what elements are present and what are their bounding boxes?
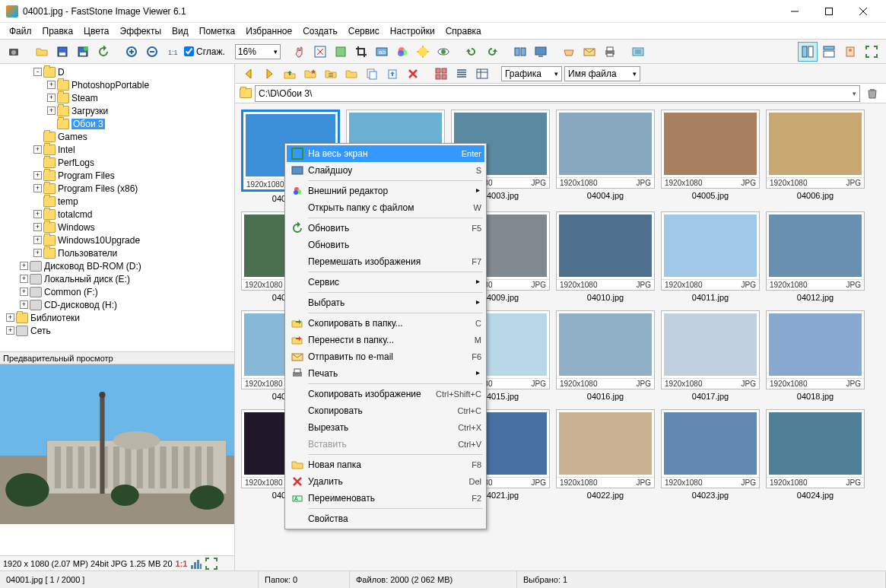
adjust-colors-icon[interactable] [393,43,411,61]
thumbnail[interactable]: 1920x1080JPG [556,409,655,488]
menu-Цвета[interactable]: Цвета [79,24,113,38]
thumbnail[interactable]: 1920x1080JPG [661,310,760,389]
thumbnail[interactable]: 1920x1080JPG [661,110,760,189]
move-to-icon[interactable] [383,65,402,83]
thumbnail[interactable]: 1920x1080JPG [766,211,865,291]
ctx-Отправить-по-e-mail[interactable]: Отправить по e-mailF6 [287,348,484,365]
ctx-Свойства[interactable]: Свойства [287,510,484,527]
thumbnail[interactable]: 1920x1080JPG [766,310,865,389]
zoom-combo[interactable]: 16% [235,44,281,59]
zoom-out-icon[interactable] [143,43,161,61]
tree-item[interactable]: +Сеть [0,324,234,337]
thumbnail[interactable]: 1920x1080JPG [766,110,865,189]
fav-add-icon[interactable] [301,65,319,83]
menu-Избранное[interactable]: Избранное [241,24,297,38]
menu-Файл[interactable]: Файл [5,24,37,38]
tree-item[interactable]: +Библиотеки [0,311,234,324]
nav-forward-icon[interactable] [260,65,278,83]
ctx-Обновить[interactable]: ОбновитьF5 [287,220,484,237]
effects-icon[interactable] [414,43,432,61]
thumbnail[interactable]: 1920x1080JPG [766,409,865,488]
ctx-Скопировать-изображение[interactable]: Скопировать изображениеCtrl+Shift+C [287,386,484,402]
menu-Настройки[interactable]: Настройки [386,24,440,38]
thumbnail[interactable]: 1920x1080JPG [556,110,655,189]
tree-item[interactable]: +Program Files (x86) [0,182,234,195]
tree-item[interactable]: Games [0,130,234,143]
copy-to-icon[interactable] [363,65,381,83]
settings-icon[interactable] [629,43,647,61]
save-as-icon[interactable] [74,43,92,61]
ctx-Перемешать-изображения[interactable]: Перемешать изображенияF7 [287,253,484,270]
view-mode-fullscreen-icon[interactable] [862,42,881,62]
tree-item[interactable]: +Локальный диск (E:) [0,272,234,285]
menu-Создать[interactable]: Создать [298,24,342,38]
view-detail-icon[interactable] [473,65,491,83]
tree-item[interactable]: +totalcmd [0,208,234,221]
view-thumbs-icon[interactable] [432,65,450,83]
zoom-in-icon[interactable] [122,43,141,61]
ctx-Выбрать[interactable]: Выбрать [287,294,484,311]
tree-item[interactable]: +Windows [0,221,234,234]
thumbnail[interactable]: 1920x1080JPG [556,211,655,291]
trash-icon[interactable] [863,84,881,103]
ctx-Открыть-папку-с-файлом[interactable]: Открыть папку с файломW [287,199,484,216]
ctx-Вырезать[interactable]: ВырезатьCtrl+X [287,419,484,436]
sort-combo[interactable]: Имя файла [564,66,640,81]
rotate-right-icon[interactable] [483,43,501,61]
preview-pane[interactable] [0,364,234,555]
ctx-Печать[interactable]: Печать [287,365,484,382]
print-icon[interactable] [601,43,619,61]
menu-Эффекты[interactable]: Эффекты [116,24,167,38]
tree-item[interactable]: +Дисковод BD-ROM (D:) [0,259,234,272]
menu-Правка[interactable]: Правка [38,24,78,38]
wallpaper-icon[interactable] [532,43,550,61]
ctx-Обновить[interactable]: Обновить [287,237,484,253]
acquire-icon[interactable] [5,43,23,61]
minimize-button[interactable] [777,1,811,22]
thumbnail[interactable]: 1920x1080JPG [661,409,760,488]
close-button[interactable] [846,1,880,22]
email-icon[interactable] [580,43,599,61]
ctx-На-весь-экран[interactable]: На весь экранEnter [287,145,484,162]
tree-item[interactable]: +Program Files [0,169,234,182]
ctx-Перенести-в-папку...[interactable]: Перенести в папку...M [287,332,484,348]
hand-tool-icon[interactable] [291,43,309,61]
nav-up-icon[interactable] [281,65,299,83]
new-folder-icon[interactable] [342,65,360,83]
zoom-actual-icon[interactable]: 1:1 [164,43,182,61]
tree-item[interactable]: +Common (F:) [0,285,234,298]
ctx-Скопировать-в-папку...[interactable]: Скопировать в папку...C [287,315,484,332]
ctx-Переименовать[interactable]: AПереименоватьF2 [287,490,484,507]
tree-item[interactable]: +Пользователи [0,246,234,259]
view-list-icon[interactable] [453,65,471,83]
tree-item[interactable]: -D [0,65,234,78]
reload-icon[interactable] [94,43,113,61]
crop-icon[interactable] [352,43,370,61]
smooth-checkbox[interactable]: Сглаж. [184,46,225,57]
thumbnail[interactable]: 1920x1080JPG [661,211,760,291]
tree-item[interactable]: +Steam [0,91,234,104]
save-icon[interactable] [53,43,71,61]
remove-redeye-icon[interactable] [434,43,453,61]
ctx-Удалить[interactable]: УдалитьDel [287,473,484,490]
fullscreen-preview-icon[interactable] [205,558,218,570]
maximize-button[interactable] [811,1,846,22]
menu-Сервис[interactable]: Сервис [344,24,384,38]
thumbnail[interactable]: 1920x1080JPG [556,310,655,389]
text-icon[interactable]: ab [373,43,391,61]
view-mode-browser-icon[interactable] [798,42,818,62]
fav-list-icon[interactable] [322,65,340,83]
menu-Пометка[interactable]: Пометка [195,24,240,38]
view-mode-thumbs-icon[interactable] [819,42,839,62]
path-input[interactable]: C:\D\Обои 3\ [255,85,860,102]
menu-Вид[interactable]: Вид [167,24,193,38]
tree-item[interactable]: Обои 3 [0,117,234,130]
tree-item[interactable]: +CD-дисковод (H:) [0,298,234,311]
ctx-Сервис[interactable]: Сервис [287,274,484,291]
tree-item[interactable]: temp [0,195,234,208]
folder-tree[interactable]: -D+PhotoshopPortable+Steam+ЗагрузкиОбои … [0,64,234,351]
compare-icon[interactable] [511,43,529,61]
ctx-Новая-папка[interactable]: Новая папкаF8 [287,456,484,473]
view-mode-single-icon[interactable] [840,42,860,62]
filter-combo[interactable]: Графика [501,66,562,81]
